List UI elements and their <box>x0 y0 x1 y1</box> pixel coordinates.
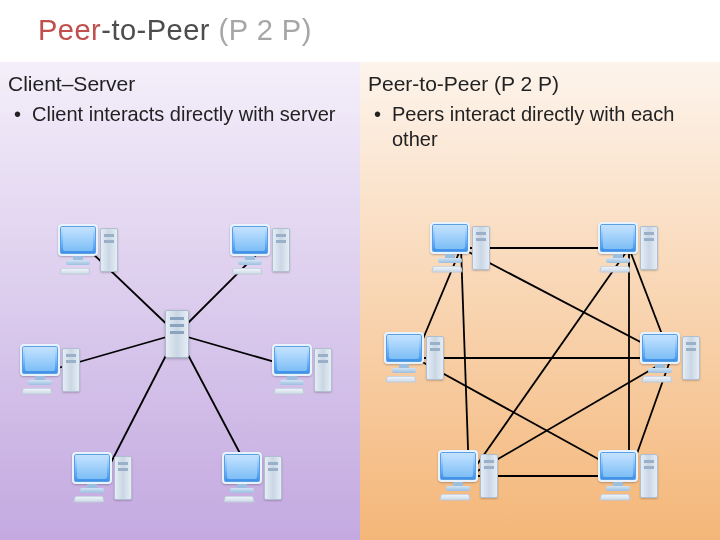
keyboard-icon <box>223 496 255 503</box>
tower-icon <box>314 348 332 392</box>
diagram-p2p <box>360 182 720 522</box>
client-node-4 <box>72 450 134 506</box>
title-middle: -to-Peer <box>101 14 218 46</box>
monitor-icon <box>58 224 98 256</box>
client-node-3 <box>272 342 334 398</box>
bullet-left-1: Client interacts directly with server <box>14 102 348 127</box>
peer-node-0 <box>430 220 492 276</box>
panel-client-server: Client–Server Client interacts directly … <box>0 62 360 540</box>
peer-node-1 <box>598 220 660 276</box>
keyboard-icon <box>599 266 631 273</box>
monitor-icon <box>272 344 312 376</box>
keyboard-icon <box>641 376 673 383</box>
bullets-left: Client interacts directly with server <box>8 102 348 127</box>
monitor-icon <box>72 452 112 484</box>
tower-icon <box>114 456 132 500</box>
monitor-icon <box>230 224 270 256</box>
client-node-0 <box>58 222 120 278</box>
panel-p2p: Peer-to-Peer (P 2 P) Peers interact dire… <box>360 62 720 540</box>
keyboard-icon <box>273 388 305 395</box>
monitor-icon <box>222 452 262 484</box>
keyboard-icon <box>231 268 263 275</box>
monitor-icon <box>438 450 478 482</box>
bullet-right-1: Peers interact directly with each other <box>374 102 708 152</box>
diagram-client-server <box>0 182 360 522</box>
keyboard-icon <box>385 376 417 383</box>
tower-icon <box>264 456 282 500</box>
peer-node-4 <box>438 448 500 504</box>
monitor-icon <box>20 344 60 376</box>
tower-icon <box>426 336 444 380</box>
tower-icon <box>682 336 700 380</box>
server-icon <box>165 310 189 358</box>
tower-icon <box>272 228 290 272</box>
slide-title: Peer-to-Peer (P 2 P) <box>38 14 312 47</box>
peer-node-5 <box>598 448 660 504</box>
tower-icon <box>472 226 490 270</box>
content-panels: Client–Server Client interacts directly … <box>0 62 720 540</box>
keyboard-icon <box>59 268 91 275</box>
client-node-1 <box>230 222 292 278</box>
svg-line-11 <box>469 248 629 476</box>
tower-icon <box>480 454 498 498</box>
tower-icon <box>62 348 80 392</box>
keyboard-icon <box>73 496 105 503</box>
peer-node-3 <box>640 330 702 386</box>
keyboard-icon <box>431 266 463 273</box>
monitor-icon <box>598 450 638 482</box>
keyboard-icon <box>599 494 631 501</box>
title-accent: Peer <box>38 14 101 46</box>
client-node-5 <box>222 450 284 506</box>
svg-line-9 <box>461 248 469 476</box>
title-paren: (P 2 P) <box>219 14 312 46</box>
tower-icon <box>100 228 118 272</box>
monitor-icon <box>598 222 638 254</box>
peer-node-2 <box>384 330 446 386</box>
heading-p2p: Peer-to-Peer (P 2 P) <box>368 72 708 96</box>
monitor-icon <box>640 332 680 364</box>
tower-icon <box>640 226 658 270</box>
keyboard-icon <box>21 388 53 395</box>
keyboard-icon <box>439 494 471 501</box>
tower-icon <box>640 454 658 498</box>
client-node-2 <box>20 342 82 398</box>
monitor-icon <box>384 332 424 364</box>
heading-client-server: Client–Server <box>8 72 348 96</box>
monitor-icon <box>430 222 470 254</box>
bullets-right: Peers interact directly with each other <box>368 102 708 152</box>
